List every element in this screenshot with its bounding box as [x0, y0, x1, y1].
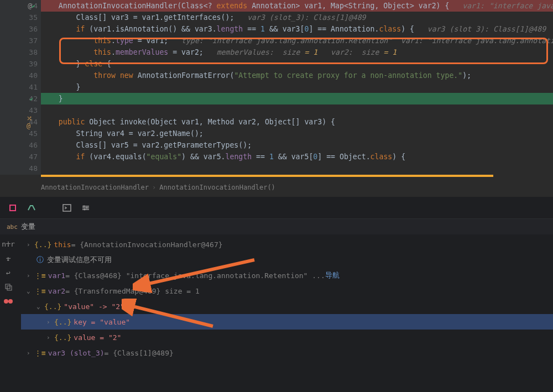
gutter-line[interactable]: 47	[0, 151, 41, 163]
code-line: throw new AnnotationFormatError("Attempt…	[41, 70, 553, 81]
list-icon: ⋮≡	[34, 349, 46, 357]
var-name: var3 (slot_3)	[48, 349, 105, 357]
code-line: Class[] var5 = var2.getParameterTypes();	[41, 139, 553, 151]
console-icon[interactable]	[62, 203, 72, 213]
entry-kv: "value" -> "2"	[64, 302, 124, 311]
object-icon: {..}	[54, 333, 71, 342]
var-name: var2	[48, 287, 65, 295]
var-value: = {Class[1]@489}	[105, 349, 174, 357]
override-icon[interactable]: ⤮ @	[27, 116, 36, 128]
svg-rect-5	[6, 284, 10, 289]
code-line: Class[] var3 = var1.getInterfaces(); var…	[41, 12, 553, 23]
settings-icon[interactable]	[81, 203, 91, 213]
expand-icon[interactable]	[27, 349, 34, 357]
expand-icon[interactable]	[46, 318, 54, 326]
var-name: var1	[48, 271, 65, 280]
code-line: }	[41, 81, 553, 93]
var-this[interactable]: {..} this = {AnnotationInvocationHandler…	[21, 237, 553, 252]
back-icon[interactable]: ↩	[0, 265, 17, 280]
var-var3[interactable]: ⋮≡ var3 (slot_3) = {Class[1]@489}	[21, 345, 553, 360]
abc-icon: abc	[7, 223, 18, 231]
object-icon: ⋮≡	[34, 287, 46, 295]
gutter: 34 35 36 37 38 39 40 41 42 43 44 45 46 4…	[0, 0, 41, 175]
debug-info-warning: ⓘ 变量调试信息不可用	[21, 252, 553, 268]
code-line: if (var4.equals("equals") && var5.length…	[41, 151, 553, 163]
structure-icon[interactable]: n.r	[0, 237, 17, 251]
copy-icon[interactable]	[0, 280, 17, 294]
debug-panel: abc 变量 + − {..} this = {AnnotationInvoca…	[0, 197, 553, 392]
svg-point-7	[4, 299, 8, 304]
var-value: = {TransformedMap@469} size = 1	[65, 287, 200, 295]
code-line	[41, 104, 553, 116]
execution-point-bar	[41, 175, 493, 177]
breadcrumb-item[interactable]: AnnotationInvocationHandler	[41, 184, 149, 191]
gutter-line[interactable]: 48	[0, 163, 41, 174]
glasses-icon[interactable]	[0, 294, 17, 309]
map-entry-value[interactable]: {..} value = "2"	[21, 330, 553, 345]
svg-point-2	[84, 205, 85, 207]
svg-point-4	[84, 208, 86, 210]
var-value: = {Class@468} "interface java.lang.annot…	[65, 271, 325, 280]
map-entry-key[interactable]: {..} key = "value"	[21, 314, 553, 330]
breadcrumb-item[interactable]: AnnotationInvocationHandler()	[159, 184, 275, 191]
collapse-icon[interactable]	[27, 288, 34, 295]
ide-left-strip: n.r ↓ ↩	[0, 237, 17, 347]
svg-point-3	[86, 207, 88, 208]
breadcrumb-separator: ›	[149, 184, 159, 191]
collapse-icon[interactable]	[36, 303, 44, 310]
gutter-at-icon: @ ✔	[27, 0, 36, 12]
object-icon: {..}	[34, 241, 51, 249]
code-line: this.memberValues = var2; memberValues: …	[41, 46, 553, 58]
code-line: AnnotationInvocationHandler(Class<? exte…	[41, 0, 553, 12]
variables-label: 变量	[21, 222, 35, 232]
object-icon: ⋮≡	[34, 271, 46, 280]
code-line: this.type = var1; type: "interface java.…	[41, 35, 553, 46]
gutter-line[interactable]: 46	[0, 139, 41, 151]
expand-icon[interactable]	[46, 334, 54, 341]
code-line: if (var1.isAnnotation() && var3.length =…	[41, 23, 553, 35]
variables-header: abc 变量	[0, 219, 553, 234]
bookmark-check-icon: ✔	[27, 93, 36, 104]
var-var1[interactable]: ⋮≡ var1 = {Class@468} "interface java.la…	[21, 268, 553, 283]
variables-tree[interactable]: {..} this = {AnnotationInvocationHandler…	[21, 237, 553, 392]
svg-rect-6	[7, 286, 12, 290]
code-line: String var4 = var2.getName();	[41, 128, 553, 139]
code-line	[41, 163, 553, 174]
svg-rect-9	[8, 301, 9, 302]
sort-icon[interactable]: ↓	[0, 251, 17, 265]
entry-value: value = "2"	[74, 333, 121, 342]
step-over-icon[interactable]	[27, 203, 36, 213]
code-line: }	[41, 93, 553, 104]
entry-key: key = "value"	[74, 318, 130, 326]
debug-toolbar	[0, 197, 553, 219]
code-line: } else {	[41, 58, 553, 70]
show-execution-point-icon[interactable]	[8, 203, 18, 213]
expand-icon[interactable]	[27, 241, 34, 248]
var-value: = {AnnotationInvocationHandler@467}	[71, 241, 223, 249]
map-entry[interactable]: {..} "value" -> "2"	[21, 299, 553, 314]
var-var2[interactable]: ⋮≡ var2 = {TransformedMap@469} size = 1	[21, 283, 553, 299]
svg-point-8	[8, 299, 13, 304]
object-icon: {..}	[44, 302, 61, 311]
code-line: public Object invoke(Object var1, Method…	[41, 116, 553, 128]
navigate-link[interactable]: 导航	[325, 270, 340, 280]
code-editor[interactable]: 34 35 36 37 38 39 40 41 42 43 44 45 46 4…	[0, 0, 553, 175]
object-icon: {..}	[54, 318, 71, 326]
breadcrumb[interactable]: AnnotationInvocationHandler › Annotation…	[41, 181, 275, 194]
expand-icon[interactable]	[27, 272, 34, 279]
warning-text: 变量调试信息不可用	[47, 255, 112, 265]
info-icon: ⓘ	[36, 255, 44, 265]
svg-rect-0	[10, 205, 15, 211]
var-name: this	[54, 241, 71, 249]
bookmark-check-icon: ✔	[32, 3, 35, 9]
code-body[interactable]: AnnotationInvocationHandler(Class<? exte…	[41, 0, 553, 175]
